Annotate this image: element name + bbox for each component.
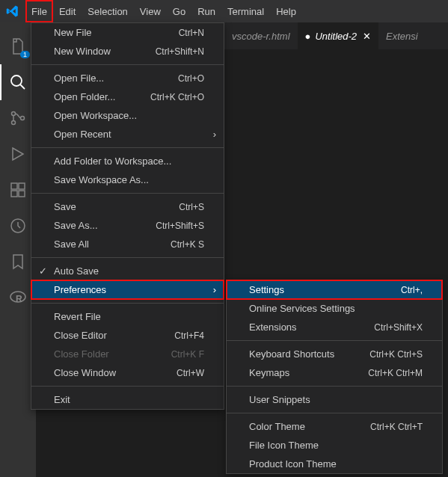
- menu-item-shortcut: Ctrl+S: [179, 202, 204, 212]
- menu-terminal[interactable]: Terminal: [221, 0, 270, 22]
- menu-item-extensions[interactable]: ExtensionsCtrl+Shift+X: [227, 318, 442, 336]
- svg-point-0: [11, 76, 22, 86]
- menu-item-open-folder[interactable]: Open Folder...Ctrl+K Ctrl+O: [31, 87, 224, 106]
- menu-item-shortcut: Ctrl+K Ctrl+O: [150, 92, 204, 102]
- menu-item-shortcut: Ctrl+,: [401, 285, 423, 295]
- menu-item-close-folder: Close FolderCtrl+K F: [31, 345, 224, 363]
- menu-item-label: Settings: [249, 284, 284, 295]
- menu-item-close-editor[interactable]: Close EditorCtrl+F4: [31, 326, 224, 345]
- svg-text:R: R: [16, 294, 22, 304]
- menu-selection[interactable]: Selection: [82, 0, 133, 22]
- svg-point-2: [12, 121, 16, 125]
- menu-item-label: Save All: [54, 238, 89, 250]
- menu-item-label: Save: [54, 201, 76, 212]
- tab-label: Untitled-2: [315, 31, 357, 42]
- menu-item-shortcut: Ctrl+Shift+S: [156, 221, 204, 231]
- menu-item-shortcut: Ctrl+Shift+X: [374, 322, 423, 333]
- tab-extensions-truncated[interactable]: Extensi: [378, 22, 426, 49]
- menu-item-auto-save[interactable]: ✓Auto Save: [31, 262, 224, 280]
- menu-item-open-file[interactable]: Open File...Ctrl+O: [31, 69, 224, 87]
- tab-untitled-2[interactable]: ● Untitled-2 ✕: [298, 22, 379, 49]
- svg-rect-5: [19, 183, 25, 189]
- chevron-right-icon: ›: [213, 284, 216, 295]
- menu-item-label: Color Theme: [249, 421, 305, 432]
- menu-item-label: Preferences: [54, 284, 106, 295]
- menubar: File Edit Selection View Go Run Terminal…: [0, 0, 448, 22]
- menu-item-save-all[interactable]: Save AllCtrl+K S: [31, 235, 224, 253]
- menu-item-label: Open File...: [54, 73, 104, 84]
- menu-item-shortcut: Ctrl+W: [177, 368, 204, 378]
- menu-file[interactable]: File: [25, 0, 53, 22]
- menu-item-label: Product Icon Theme: [249, 458, 337, 470]
- menu-item-save[interactable]: SaveCtrl+S: [31, 197, 224, 216]
- chevron-right-icon: ›: [213, 129, 216, 140]
- menu-help[interactable]: Help: [270, 0, 302, 22]
- menu-item-label: User Snippets: [249, 394, 310, 405]
- menu-view[interactable]: View: [134, 0, 167, 22]
- svg-point-3: [21, 117, 25, 120]
- dirty-indicator-icon: ●: [305, 31, 311, 42]
- menu-item-settings[interactable]: SettingsCtrl+,: [227, 280, 442, 299]
- explorer-badge: 1: [20, 51, 30, 58]
- menu-edit[interactable]: Edit: [53, 0, 82, 22]
- menu-item-label: Online Services Settings: [249, 303, 355, 314]
- menu-item-preferences[interactable]: Preferences›: [31, 280, 224, 299]
- menu-item-label: Open Recent: [54, 129, 111, 140]
- menu-item-shortcut: Ctrl+N: [179, 28, 204, 38]
- menu-item-save-workspace-as[interactable]: Save Workspace As...: [31, 170, 224, 189]
- menu-item-new-file[interactable]: New FileCtrl+N: [31, 23, 224, 42]
- menu-item-label: Add Folder to Workspace...: [54, 156, 171, 167]
- menu-item-add-folder-to-workspace[interactable]: Add Folder to Workspace...: [31, 152, 224, 170]
- menu-separator: [31, 64, 224, 65]
- menu-run[interactable]: Run: [191, 0, 221, 22]
- menu-go[interactable]: Go: [167, 0, 191, 22]
- menu-item-color-theme[interactable]: Color ThemeCtrl+K Ctrl+T: [227, 417, 442, 436]
- svg-rect-6: [11, 191, 17, 197]
- menu-separator: [31, 147, 224, 148]
- menu-item-shortcut: Ctrl+O: [178, 73, 204, 84]
- menu-item-shortcut: Ctrl+K F: [171, 349, 204, 360]
- menu-item-new-window[interactable]: New WindowCtrl+Shift+N: [31, 42, 224, 61]
- menu-item-label: File Icon Theme: [249, 440, 319, 451]
- menu-item-shortcut: Ctrl+K Ctrl+M: [368, 368, 423, 378]
- menu-item-label: Keymaps: [249, 367, 289, 378]
- menu-item-online-services-settings[interactable]: Online Services Settings: [227, 299, 442, 318]
- menu-item-close-window[interactable]: Close WindowCtrl+W: [31, 363, 224, 382]
- menu-item-save-as[interactable]: Save As...Ctrl+Shift+S: [31, 216, 224, 235]
- menu-item-label: Revert File: [54, 311, 101, 322]
- menu-item-label: Auto Save: [54, 265, 99, 277]
- menu-item-user-snippets[interactable]: User Snippets: [227, 390, 442, 409]
- menu-item-shortcut: Ctrl+K Ctrl+T: [370, 422, 423, 432]
- tab-vscode-r[interactable]: vscode-r.html: [224, 22, 298, 49]
- menu-item-shortcut: Ctrl+F4: [174, 330, 204, 341]
- vscode-logo: [6, 4, 19, 18]
- menu-item-label: Save Workspace As...: [54, 174, 149, 185]
- menu-separator: [227, 413, 442, 413]
- menu-item-label: New File: [54, 27, 92, 38]
- menu-item-revert-file[interactable]: Revert File: [31, 307, 224, 326]
- close-icon[interactable]: ✕: [363, 31, 371, 42]
- menu-item-label: Close Editor: [54, 330, 107, 341]
- menu-separator: [31, 386, 224, 387]
- menu-item-keyboard-shortcuts[interactable]: Keyboard ShortcutsCtrl+K Ctrl+S: [227, 345, 442, 363]
- menu-item-shortcut: Ctrl+Shift+N: [156, 46, 204, 57]
- menu-item-label: Close Folder: [54, 348, 109, 360]
- menu-item-open-recent[interactable]: Open Recent›: [31, 125, 224, 144]
- menu-item-label: Extensions: [249, 321, 297, 333]
- svg-point-1: [12, 112, 16, 116]
- menu-item-product-icon-theme[interactable]: Product Icon Theme: [227, 455, 442, 473]
- menu-item-file-icon-theme[interactable]: File Icon Theme: [227, 436, 442, 455]
- menu-item-open-workspace[interactable]: Open Workspace...: [31, 106, 224, 125]
- menu-item-label: Open Folder...: [54, 91, 115, 102]
- menu-separator: [31, 193, 224, 194]
- menu-item-shortcut: Ctrl+K S: [171, 239, 204, 250]
- file-menu-dropdown: New FileCtrl+NNew WindowCtrl+Shift+N Ope…: [31, 22, 224, 410]
- menu-item-shortcut: Ctrl+K Ctrl+S: [369, 349, 423, 360]
- check-icon: ✓: [39, 265, 47, 277]
- menu-item-keymaps[interactable]: KeymapsCtrl+K Ctrl+M: [227, 363, 442, 382]
- menu-item-label: New Window: [54, 46, 111, 57]
- menu-item-exit[interactable]: Exit: [31, 390, 224, 409]
- menu-item-label: Open Workspace...: [54, 110, 137, 121]
- menu-separator: [31, 257, 224, 258]
- menu-item-label: Close Window: [54, 367, 116, 378]
